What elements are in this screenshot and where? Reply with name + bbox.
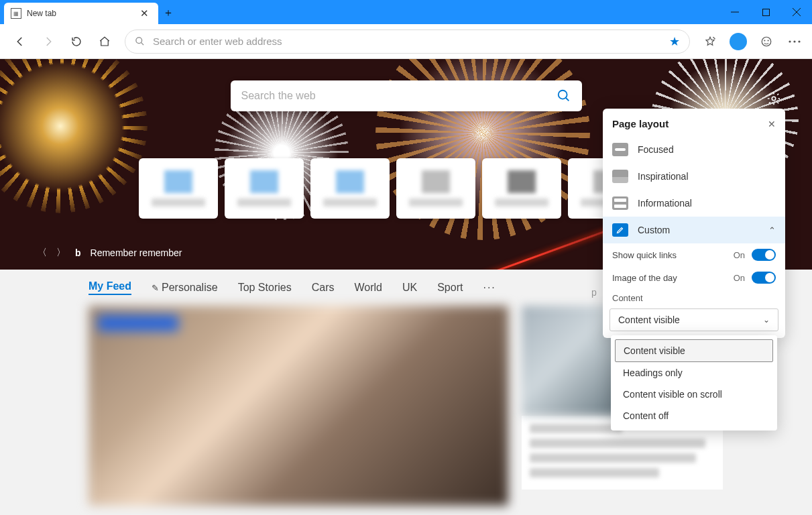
search-icon	[135, 36, 145, 46]
favorite-star-icon[interactable]: ★	[669, 34, 680, 49]
quick-link-tile[interactable]	[396, 158, 475, 219]
search-icon[interactable]	[557, 89, 571, 103]
focused-icon	[612, 143, 628, 156]
dropdown-option-visible[interactable]: Content visible	[615, 339, 773, 362]
layout-option-informational[interactable]: Informational	[603, 190, 785, 217]
minimize-button[interactable]	[719, 0, 750, 24]
tab-personalise[interactable]: ✎Personalise	[152, 282, 218, 294]
tab-title: New tab	[27, 9, 56, 18]
svg-point-12	[798, 40, 800, 42]
svg-point-13	[558, 91, 567, 99]
quick-link-tile[interactable]	[139, 158, 218, 219]
close-window-button[interactable]	[781, 0, 812, 24]
svg-point-11	[793, 40, 795, 42]
svg-point-10	[789, 40, 791, 42]
dropdown-option-scroll[interactable]: Content visible on scroll	[615, 384, 773, 405]
quick-link-tile[interactable]	[310, 158, 390, 219]
inspirational-icon	[612, 170, 628, 183]
bing-icon: b	[75, 247, 81, 258]
tab-top-stories[interactable]: Top Stories	[238, 282, 292, 294]
tab-sport[interactable]: Sport	[437, 282, 463, 294]
toggle-switch[interactable]	[752, 249, 776, 261]
page-layout-panel: Page layout ✕ Focused Inspirational Info…	[603, 109, 785, 338]
window-titlebar: ▦ New tab ✕ ＋	[0, 0, 812, 24]
svg-point-15	[772, 97, 776, 101]
chevron-down-icon: ⌄	[763, 315, 770, 325]
tab-favicon: ▦	[11, 8, 21, 19]
refresh-button[interactable]	[63, 28, 90, 55]
tab-uk[interactable]: UK	[402, 282, 417, 294]
quick-link-tile[interactable]	[225, 158, 304, 219]
svg-point-8	[764, 40, 765, 41]
profile-button[interactable]	[725, 28, 752, 55]
address-input[interactable]	[153, 36, 669, 47]
informational-icon	[612, 196, 628, 210]
dropdown-option-headings[interactable]: Headings only	[615, 362, 773, 384]
svg-point-7	[762, 37, 771, 46]
panel-title: Page layout	[612, 118, 669, 129]
home-button[interactable]	[91, 28, 118, 55]
feed-card-main[interactable]	[89, 306, 508, 506]
background-firework	[0, 59, 148, 213]
svg-rect-1	[762, 9, 769, 15]
svg-point-9	[768, 40, 768, 41]
tab-my-feed[interactable]: My Feed	[89, 280, 131, 295]
back-button[interactable]	[7, 28, 34, 55]
page-settings-button[interactable]	[766, 91, 781, 106]
svg-point-4	[136, 38, 142, 44]
image-caption: Remember remember	[91, 247, 182, 258]
web-search-input[interactable]	[241, 90, 557, 102]
tab-world[interactable]: World	[354, 282, 382, 294]
toggle-switch[interactable]	[752, 272, 776, 284]
svg-line-5	[141, 42, 143, 45]
close-tab-icon[interactable]: ✕	[137, 7, 152, 19]
new-tab-button[interactable]: ＋	[158, 3, 178, 23]
layout-option-custom[interactable]: Custom ⌃	[603, 217, 785, 243]
toggle-quick-links[interactable]: Show quick links On	[603, 243, 785, 266]
chevron-up-icon: ⌃	[768, 225, 776, 235]
pencil-icon: ✎	[152, 283, 159, 293]
layout-option-inspirational[interactable]: Inspirational	[603, 163, 785, 190]
layout-option-focused[interactable]: Focused	[603, 136, 785, 163]
tab-cars[interactable]: Cars	[312, 282, 335, 294]
toggle-image-of-day[interactable]: Image of the day On	[603, 266, 785, 289]
maximize-button[interactable]	[750, 0, 781, 24]
svg-line-14	[565, 98, 569, 101]
prev-image-icon[interactable]: 〈	[38, 247, 47, 259]
dropdown-option-off[interactable]: Content off	[615, 405, 773, 426]
menu-button[interactable]	[781, 28, 808, 55]
feedback-button[interactable]	[753, 28, 780, 55]
more-tabs-button[interactable]: ···	[483, 282, 496, 294]
image-caption-bar: 〈 〉 b Remember remember	[38, 247, 182, 259]
svg-line-6	[713, 37, 715, 39]
web-search-box[interactable]	[231, 80, 582, 111]
quick-links	[139, 158, 674, 219]
quick-link-tile[interactable]	[482, 158, 561, 219]
custom-icon	[612, 223, 628, 237]
content-dropdown-list: Content visible Headings only Content vi…	[611, 335, 777, 431]
powered-by-label: p	[591, 287, 597, 298]
content-section-label: Content	[603, 289, 785, 306]
browser-toolbar: ★	[0, 24, 812, 59]
next-image-icon[interactable]: 〉	[56, 247, 66, 259]
window-controls	[719, 0, 812, 24]
browser-tab[interactable]: ▦ New tab ✕	[4, 3, 158, 24]
content-dropdown[interactable]: Content visible ⌄	[610, 308, 778, 331]
favorites-button[interactable]	[697, 28, 723, 55]
close-panel-icon[interactable]: ✕	[768, 119, 776, 129]
address-bar[interactable]: ★	[125, 30, 690, 54]
forward-button[interactable]	[35, 28, 62, 55]
